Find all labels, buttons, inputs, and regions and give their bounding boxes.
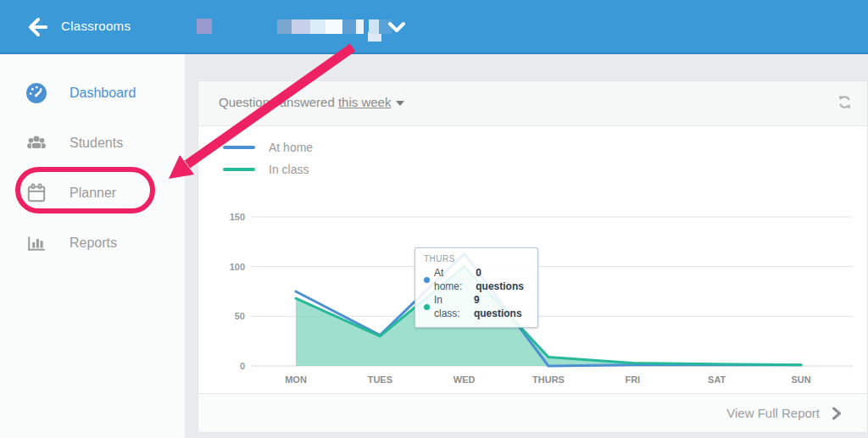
tooltip-value: 9 questions [474, 293, 529, 320]
svg-text:THURS: THURS [532, 374, 565, 385]
svg-text:MON: MON [285, 374, 307, 385]
redacted-block [197, 19, 212, 34]
redacted-block [369, 19, 379, 34]
sidebar-item-students[interactable]: Students [0, 128, 185, 158]
date-range-selector[interactable]: this week [338, 95, 392, 109]
redacted-class-name [0, 0, 868, 54]
sidebar-item-reports[interactable]: Reports [0, 228, 185, 258]
sidebar: Dashboard Students [0, 54, 185, 438]
chart-title-text: Questions answered [219, 95, 338, 109]
teal-dot-icon [424, 304, 430, 310]
sidebar-item-label: Students [70, 136, 123, 151]
sidebar-item-label: Dashboard [70, 86, 136, 101]
tooltip-row-in-class: In class: 9 questions [424, 293, 529, 320]
tooltip-day-label: THURS [424, 254, 529, 263]
tooltip-value: 0 questions [476, 266, 529, 293]
app-window: Classrooms Dashboard [0, 0, 868, 438]
redacted-block [326, 19, 342, 34]
svg-text:SUN: SUN [791, 374, 810, 385]
svg-text:WED: WED [453, 374, 476, 385]
caret-down-icon [396, 101, 404, 106]
sidebar-item-dashboard[interactable]: Dashboard [0, 78, 185, 108]
redacted-block [292, 19, 310, 34]
redacted-block [356, 19, 364, 34]
tooltip-label: At home: [434, 266, 472, 293]
chevron-down-icon[interactable] [387, 20, 406, 36]
tooltip-row-at-home: At home: 0 questions [424, 266, 529, 293]
blue-dot-icon [424, 277, 430, 283]
redacted-block [342, 19, 356, 34]
redacted-block [310, 19, 326, 34]
reports-bar-chart-icon [25, 232, 47, 254]
svg-text:0: 0 [240, 361, 245, 371]
view-full-report-link[interactable]: View Full Report [198, 393, 867, 432]
svg-text:FRI: FRI [625, 374, 640, 385]
sidebar-item-label: Reports [70, 236, 117, 251]
view-full-report-label: View Full Report [726, 406, 820, 420]
top-header: Classrooms [0, 0, 868, 54]
svg-text:150: 150 [230, 212, 245, 222]
chevron-right-icon [832, 407, 842, 420]
sidebar-item-label: Planner [70, 186, 116, 201]
tooltip-label: In class: [434, 293, 470, 320]
refresh-icon[interactable] [837, 94, 854, 111]
planner-calendar-icon [25, 182, 47, 204]
svg-text:SAT: SAT [708, 374, 726, 385]
svg-text:100: 100 [230, 262, 245, 272]
students-group-icon [25, 132, 47, 154]
redacted-block [277, 19, 292, 34]
chart-title-dropdown[interactable]: Questions answered this week [219, 95, 404, 109]
svg-text:TUES: TUES [368, 374, 392, 385]
svg-text:50: 50 [235, 311, 245, 321]
panel-header: Questions answered this week [198, 81, 867, 126]
dashboard-gauge-icon [25, 82, 47, 104]
questions-chart-panel: Questions answered this week At home In … [198, 80, 868, 433]
chart-tooltip: THURS At home: 0 questions In class: 9 q… [415, 247, 538, 328]
sidebar-item-planner[interactable]: Planner [0, 178, 185, 208]
